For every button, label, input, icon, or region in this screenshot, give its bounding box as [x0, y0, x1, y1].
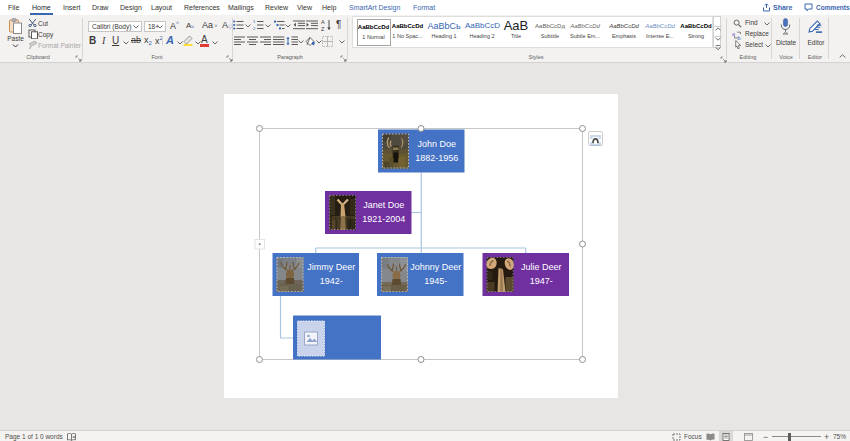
- svg-text:Julie Deer: Julie Deer: [521, 262, 562, 272]
- svg-text:a: a: [732, 30, 736, 36]
- svg-text:Jimmy Deer: Jimmy Deer: [307, 262, 355, 272]
- svg-text:1921-2004: 1921-2004: [362, 214, 405, 224]
- svg-text:b: b: [738, 34, 741, 39]
- svg-text:1882-1956: 1882-1956: [415, 153, 458, 163]
- svg-text:1945-: 1945-: [424, 276, 447, 286]
- svg-text:John Doe: John Doe: [417, 139, 456, 149]
- svg-text:1: 1: [253, 20, 256, 24]
- svg-text:Z: Z: [321, 26, 325, 32]
- svg-text:2: 2: [253, 26, 256, 30]
- svg-text:Johnny Deer: Johnny Deer: [410, 262, 461, 272]
- svg-text:1942-: 1942-: [320, 276, 343, 286]
- svg-text:1947-: 1947-: [530, 276, 553, 286]
- svg-text:Janet Doe: Janet Doe: [363, 200, 404, 210]
- svg-text:A: A: [321, 19, 325, 25]
